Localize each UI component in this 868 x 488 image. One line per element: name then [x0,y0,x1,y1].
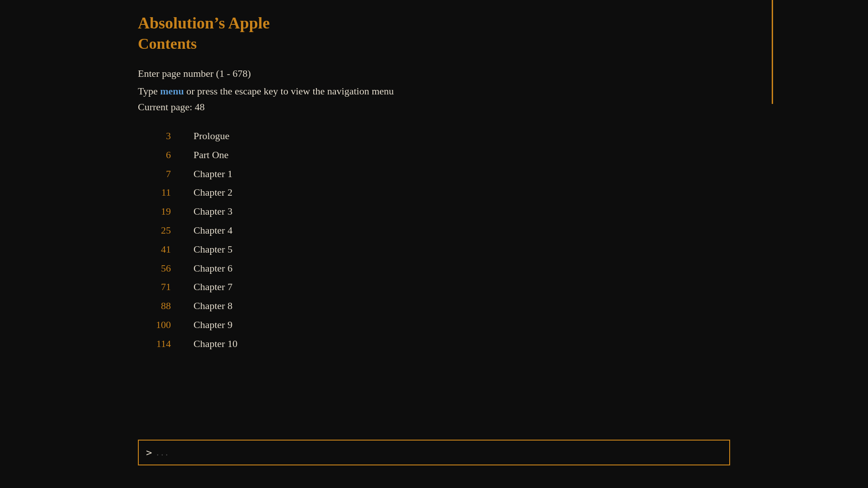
section-title: Contents [138,35,868,52]
toc-page-number: 71 [156,277,193,296]
toc-page-number: 11 [156,183,193,202]
toc-row[interactable]: 7Chapter 1 [156,164,237,183]
toc-row[interactable]: 19Chapter 3 [156,202,237,221]
toc-chapter-name: Prologue [193,127,237,145]
toc-page-number: 114 [156,334,193,353]
prompt-symbol: > [146,447,152,458]
menu-keyword: menu [160,85,184,97]
toc-row[interactable]: 3Prologue [156,127,237,145]
book-title: Absolution’s Apple [138,14,868,33]
toc-row[interactable]: 6Part One [156,145,237,164]
toc-chapter-name: Chapter 10 [193,334,237,353]
toc-page-number: 56 [156,259,193,278]
toc-row[interactable]: 41Chapter 5 [156,240,237,259]
toc-page-number: 25 [156,221,193,240]
toc-page-number: 6 [156,145,193,164]
toc-chapter-name: Part One [193,145,237,164]
toc-chapter-name: Chapter 1 [193,164,237,183]
toc-chapter-name: Chapter 4 [193,221,237,240]
toc-chapter-name: Chapter 9 [193,315,237,334]
toc-page-number: 7 [156,164,193,183]
toc-page-number: 88 [156,296,193,315]
toc-row[interactable]: 88Chapter 8 [156,296,237,315]
toc-chapter-name: Chapter 2 [193,183,237,202]
toc-chapter-name: Chapter 6 [193,259,237,278]
toc-row[interactable]: 114Chapter 10 [156,334,237,353]
toc-chapter-name: Chapter 7 [193,277,237,296]
toc-table: 3Prologue6Part One7Chapter 111Chapter 21… [156,127,237,353]
toc-chapter-name: Chapter 8 [193,296,237,315]
menu-hint-prefix: Type [138,85,160,97]
page-range-instruction: Enter page number (1 - 678) [138,66,868,81]
toc-chapter-name: Chapter 5 [193,240,237,259]
toc-page-number: 19 [156,202,193,221]
toc-chapter-name: Chapter 3 [193,202,237,221]
menu-instruction: Type menu or press the escape key to vie… [138,84,868,99]
command-bar[interactable]: > [138,440,730,465]
toc-page-number: 100 [156,315,193,334]
menu-hint-suffix: or press the escape key to view the navi… [184,85,394,97]
toc-page-number: 41 [156,240,193,259]
command-input[interactable] [156,447,722,458]
toc-row[interactable]: 25Chapter 4 [156,221,237,240]
toc-row[interactable]: 71Chapter 7 [156,277,237,296]
toc-row[interactable]: 56Chapter 6 [156,259,237,278]
main-container: Absolution’s Apple Contents Enter page n… [0,0,868,488]
current-page-display: Current page: 48 [138,101,868,113]
toc-row[interactable]: 100Chapter 9 [156,315,237,334]
toc-row[interactable]: 11Chapter 2 [156,183,237,202]
toc-page-number: 3 [156,127,193,145]
vertical-bar [772,0,773,104]
